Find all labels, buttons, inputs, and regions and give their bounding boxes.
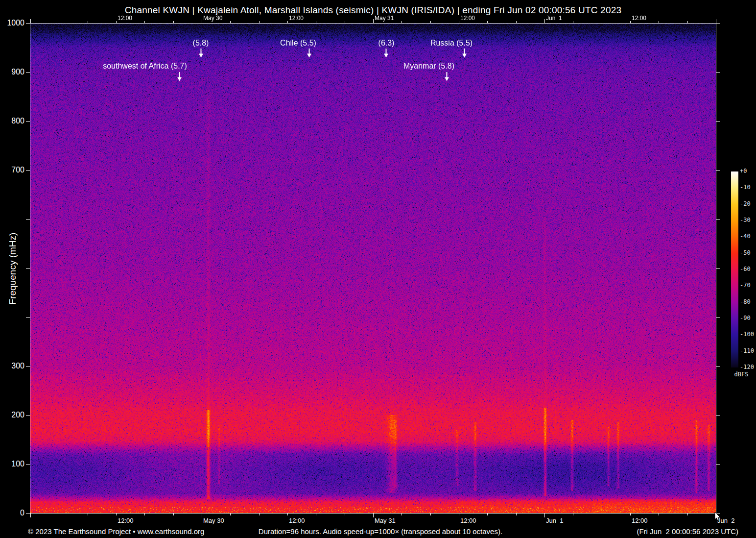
x-tick-top — [459, 21, 459, 23]
x-tick-top — [287, 21, 288, 23]
y-tick-right — [716, 23, 720, 24]
mouse-pointer-icon — [714, 512, 721, 522]
x-tick-top — [373, 19, 374, 23]
x-tick-bottom — [316, 514, 316, 515]
y-tick-left — [26, 464, 30, 465]
y-tick-label: 800 — [0, 117, 24, 125]
x-tick-label-top: Jun 1 — [546, 15, 562, 21]
x-tick-top — [144, 21, 145, 23]
colorbar-tick-label: -100 — [740, 331, 756, 338]
x-tick-top — [487, 21, 488, 23]
y-tick-label: 0 — [0, 509, 24, 517]
y-tick-label: 700 — [0, 166, 24, 174]
x-tick-bottom — [659, 514, 659, 515]
spectrogram-image — [30, 23, 716, 513]
earthquake-annotation-quake-myanmar: Myanmar (5.8) — [403, 62, 454, 70]
y-tick-label: 1000 — [0, 19, 24, 27]
colorbar-tick-label: -60 — [740, 266, 756, 272]
spectrogram-plot-area — [30, 23, 716, 513]
colorbar-tick-label: -80 — [740, 299, 756, 305]
y-tick-label: 900 — [0, 68, 24, 76]
y-tick-left — [26, 219, 30, 220]
earthquake-annotation-quake-russia: Russia (5.5) — [430, 39, 472, 47]
x-tick-top — [316, 21, 316, 23]
x-tick-label-top: 12:00 — [632, 15, 646, 21]
y-tick-right — [716, 121, 720, 122]
colorbar-tick-label: -110 — [740, 348, 756, 354]
y-tick-right — [716, 219, 720, 220]
colorbar-gradient — [731, 171, 738, 367]
x-tick-label-top: 12:00 — [289, 15, 304, 21]
x-tick-bottom — [402, 514, 402, 515]
chart-title: Channel KWJN | Kwajalein Atoll, Marshall… — [0, 5, 746, 16]
x-tick-bottom — [202, 514, 202, 517]
y-tick-left — [26, 170, 30, 171]
x-tick-bottom — [630, 514, 631, 515]
y-tick-label: 300 — [0, 362, 24, 370]
y-tick-right — [716, 317, 720, 318]
x-tick-bottom — [30, 514, 31, 517]
x-tick-top — [516, 21, 517, 23]
x-tick-bottom — [430, 514, 431, 515]
x-tick-top — [202, 19, 202, 23]
x-tick-top — [259, 21, 260, 23]
x-tick-bottom — [259, 514, 260, 515]
x-tick-bottom — [573, 514, 573, 515]
earthquake-annotation-quake-sw-africa: southwest of Africa (5.7) — [103, 62, 187, 70]
y-tick-left — [26, 415, 30, 416]
x-tick-label-bottom: 12:00 — [289, 517, 305, 524]
x-tick-top — [716, 19, 716, 23]
x-tick-bottom — [459, 514, 459, 515]
x-tick-label-bottom: 12:00 — [460, 517, 476, 524]
x-tick-label-top: May 31 — [375, 15, 394, 21]
x-tick-bottom — [59, 514, 59, 515]
y-tick-left — [26, 366, 30, 367]
down-arrow-icon — [383, 49, 389, 60]
colorbar-tick-label: -20 — [740, 201, 756, 207]
x-tick-top — [345, 21, 345, 23]
x-tick-top — [173, 21, 174, 23]
y-tick-right — [716, 72, 720, 73]
colorbar-unit-label: dBFS — [731, 371, 752, 378]
y-tick-left — [26, 317, 30, 318]
down-arrow-icon — [462, 49, 467, 60]
y-tick-right — [716, 464, 720, 465]
down-arrow-icon — [307, 49, 312, 60]
screenshot-root: Channel KWJN | Kwajalein Atoll, Marshall… — [0, 0, 756, 538]
x-tick-top — [402, 21, 402, 23]
x-tick-top — [687, 21, 688, 23]
x-tick-bottom — [116, 514, 117, 515]
x-tick-top — [630, 21, 631, 23]
x-tick-bottom — [373, 514, 374, 517]
earthquake-annotation-quake-6p3: (6.3) — [378, 39, 395, 47]
y-tick-left — [26, 23, 30, 24]
x-tick-label-bottom: May 31 — [375, 517, 396, 524]
x-tick-top — [230, 21, 231, 23]
colorbar-tick-label: -10 — [740, 184, 756, 191]
x-tick-top — [544, 19, 545, 23]
y-tick-left — [26, 513, 30, 514]
colorbar-tick-label: -50 — [740, 250, 756, 256]
x-tick-top — [30, 19, 31, 23]
x-tick-label-top: 12:00 — [118, 15, 132, 21]
earthquake-annotation-quake-chile: Chile (5.5) — [280, 39, 316, 47]
end-timestamp-text: (Fri Jun 2 00:00:56 2023 UTC) — [637, 527, 738, 536]
y-tick-left — [26, 72, 30, 73]
x-tick-top — [116, 21, 117, 23]
colorbar-tick-label: -40 — [740, 233, 756, 240]
down-arrow-icon — [177, 72, 182, 83]
x-tick-bottom — [345, 514, 345, 515]
y-tick-label: 200 — [0, 411, 24, 419]
x-tick-bottom — [144, 514, 145, 515]
x-tick-top — [88, 21, 88, 23]
x-tick-bottom — [173, 514, 174, 515]
down-arrow-icon — [444, 72, 449, 83]
y-tick-label: 100 — [0, 460, 24, 468]
x-tick-bottom — [88, 514, 88, 515]
x-tick-bottom — [487, 514, 488, 515]
x-tick-label-bottom: May 30 — [203, 517, 224, 524]
down-arrow-icon — [198, 49, 204, 60]
x-tick-label-top: May 30 — [203, 15, 222, 21]
x-tick-top — [573, 21, 573, 23]
x-tick-label-bottom: Jun 1 — [546, 517, 563, 524]
